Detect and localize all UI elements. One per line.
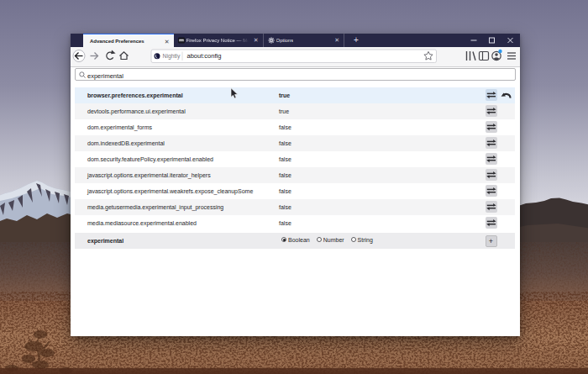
svg-text:about:config: about:config bbox=[187, 52, 222, 60]
svg-text:Nightly: Nightly bbox=[163, 53, 181, 60]
